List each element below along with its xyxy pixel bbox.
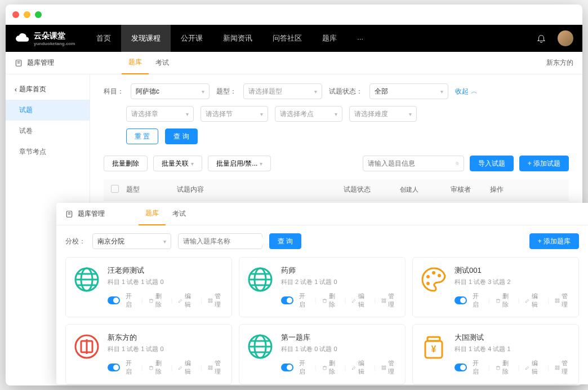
bulk-toggle-button[interactable]: 批量启用/禁... ▾ <box>208 156 271 171</box>
overlay-search-input[interactable] <box>183 237 268 245</box>
query-button[interactable]: 查 询 <box>165 128 197 144</box>
bulk-link-button[interactable]: 批量关联 ▾ <box>153 156 202 171</box>
nav-bank[interactable]: 题库 <box>312 25 347 52</box>
nav-qa[interactable]: 问答社区 <box>262 25 312 52</box>
open-label: 开启 <box>126 359 136 376</box>
card-manage[interactable]: 管理 <box>555 292 572 309</box>
card-manage[interactable]: 管理 <box>555 359 572 376</box>
card-title: 第一题库 <box>281 333 398 343</box>
section-select[interactable]: 请选择节▾ <box>201 106 268 122</box>
point-select[interactable]: 请选择考点▾ <box>275 106 342 122</box>
status-select[interactable]: 全部▾ <box>369 83 448 99</box>
bell-icon[interactable] <box>536 33 546 43</box>
overlay-tab-exam[interactable]: 考试 <box>166 203 193 225</box>
overlay-search[interactable] <box>178 233 262 249</box>
bank-card: 汪老师测试 科目 1 试卷 1 试题 0 开启 | 删除 | 编辑 | 管理 <box>65 257 232 317</box>
nav-more[interactable]: ··· <box>347 25 373 52</box>
chevron-left-icon: ‹ <box>15 86 17 94</box>
svg-rect-49 <box>558 368 559 370</box>
toggle-switch[interactable] <box>108 364 120 371</box>
card-delete[interactable]: 删除 <box>496 359 513 376</box>
card-edit[interactable]: 编辑 <box>351 359 368 376</box>
subject-select[interactable]: 阿萨德c▾ <box>131 83 210 99</box>
nav-items: 首页 发现课程 公开课 新闻资讯 问答社区 题库 ··· <box>86 25 373 52</box>
card-edit[interactable]: 编辑 <box>178 359 195 376</box>
card-edit[interactable]: 编辑 <box>525 292 542 309</box>
type-select[interactable]: 请选择题型▾ <box>243 83 322 99</box>
sidebar-back[interactable]: ‹ 题库首页 <box>6 79 90 100</box>
card-manage[interactable]: 管理 <box>381 292 398 309</box>
select-all-checkbox[interactable] <box>111 185 119 193</box>
sidebar-item-papers[interactable]: 试卷 <box>6 121 90 141</box>
close-dot[interactable] <box>12 11 19 18</box>
open-label: 开启 <box>126 292 136 309</box>
logo-text: 云朵课堂 <box>34 31 75 41</box>
globe-green-icon <box>246 265 274 294</box>
import-button[interactable]: 导入试题 <box>470 156 514 171</box>
tab-exam[interactable]: 考试 <box>149 52 176 74</box>
overlay-query-button[interactable]: 查 询 <box>269 233 301 249</box>
card-meta: 科目 2 试卷 1 试题 0 <box>281 278 398 286</box>
reset-button[interactable]: 重 置 <box>126 128 158 144</box>
nav-open[interactable]: 公开课 <box>171 25 213 52</box>
search-input[interactable] <box>368 159 452 167</box>
toggle-switch[interactable] <box>281 296 293 304</box>
avatar[interactable] <box>558 30 573 46</box>
svg-rect-40 <box>384 366 386 367</box>
card-edit[interactable]: 编辑 <box>178 292 195 309</box>
maximize-dot[interactable] <box>35 11 42 18</box>
coin-red-icon <box>73 333 101 361</box>
page-title: 题库管理 <box>27 58 54 68</box>
card-delete[interactable]: 删除 <box>496 292 513 309</box>
nav-home[interactable]: 首页 <box>86 25 121 52</box>
type-label: 题型： <box>216 87 237 96</box>
card-edit[interactable]: 编辑 <box>525 359 542 376</box>
sub-header: 题库管理 题库 考试 新东方的 <box>6 52 582 74</box>
add-bank-button[interactable]: + 添加题库 <box>529 233 579 249</box>
svg-rect-43 <box>497 366 500 369</box>
nav-news[interactable]: 新闻资讯 <box>213 25 262 52</box>
open-label: 开启 <box>299 359 309 376</box>
card-delete[interactable]: 删除 <box>322 292 339 309</box>
svg-rect-39 <box>382 366 384 367</box>
open-label: 开启 <box>473 359 483 376</box>
card-manage[interactable]: 管理 <box>208 359 225 376</box>
card-delete[interactable]: 删除 <box>149 359 166 376</box>
card-manage[interactable]: 管理 <box>208 292 225 309</box>
card-edit[interactable]: 编辑 <box>351 292 368 309</box>
overlay-title: 题库管理 <box>78 209 105 219</box>
minimize-dot[interactable] <box>24 11 30 18</box>
logo[interactable]: 云朵课堂 yunduoketang.com <box>15 30 75 46</box>
status-label: 试题状态： <box>329 87 363 96</box>
svg-rect-25 <box>555 299 557 300</box>
svg-rect-34 <box>208 368 210 370</box>
add-question-button[interactable]: + 添加试题 <box>519 156 569 171</box>
toggle-switch[interactable] <box>455 364 467 371</box>
toggle-switch[interactable] <box>281 364 293 371</box>
overlay-tab-bank[interactable]: 题库 <box>139 203 166 225</box>
tab-bank[interactable]: 题库 <box>122 52 149 74</box>
card-meta: 科目 1 试卷 0 试题 0 <box>281 345 398 353</box>
bulk-delete-button[interactable]: 批量删除 <box>104 156 148 171</box>
card-meta: 科目 1 试卷 1 试题 0 <box>108 278 225 286</box>
sidebar-item-points[interactable]: 章节考点 <box>6 141 90 162</box>
open-label: 开启 <box>299 292 309 309</box>
collapse-link[interactable]: 收起︿ <box>455 87 478 96</box>
card-title: 汪老师测试 <box>108 265 225 276</box>
table-header: 题型 试题内容 试题状态 创建人 审核者 操作 <box>104 179 569 201</box>
svg-rect-42 <box>384 368 386 370</box>
nav-discover[interactable]: 发现课程 <box>121 25 171 52</box>
card-delete[interactable]: 删除 <box>322 359 339 376</box>
svg-rect-14 <box>211 301 212 303</box>
svg-rect-33 <box>211 366 212 367</box>
difficulty-select[interactable]: 请选择难度▾ <box>349 106 417 122</box>
svg-rect-8 <box>150 299 153 302</box>
toggle-switch[interactable] <box>455 296 467 304</box>
card-manage[interactable]: 管理 <box>381 359 398 376</box>
toggle-switch[interactable] <box>108 296 120 304</box>
branch-select[interactable]: 南京分院▾ <box>92 233 171 249</box>
sidebar-item-questions[interactable]: 试题 <box>6 100 90 121</box>
chapter-select[interactable]: 请选择章▾ <box>126 106 194 122</box>
card-delete[interactable]: 删除 <box>149 292 166 309</box>
search-box[interactable] <box>363 156 464 171</box>
